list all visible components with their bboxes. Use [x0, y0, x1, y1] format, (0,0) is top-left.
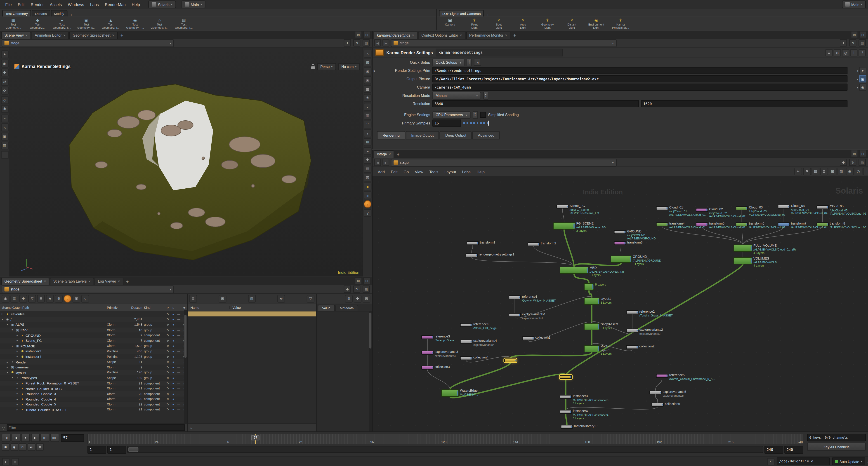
forward-icon[interactable]: ▶ [382, 39, 389, 46]
tab-performance-monitor[interactable]: Performance Monitor× [466, 31, 510, 39]
gear-icon[interactable]: ⚙ [345, 295, 352, 302]
menu-help[interactable]: Help [129, 0, 143, 9]
listmode-icon[interactable]: ≣ [820, 168, 828, 175]
tab-value[interactable]: Value [318, 304, 335, 311]
node-37[interactable] [504, 359, 517, 362]
jump-end-button[interactable]: ▶| [40, 434, 49, 442]
camera-select-button[interactable]: No cam ▾ [338, 63, 360, 70]
render-region-icon[interactable]: ▣ [1, 133, 8, 140]
col-header-l[interactable]: L [170, 306, 176, 309]
play-forward-button[interactable]: ▶ [31, 434, 39, 442]
visibility-toggle[interactable]: ● [170, 339, 176, 342]
node-transform2[interactable]: transform2 [528, 242, 540, 246]
pane-grid-icon[interactable]: ⊞ [851, 150, 858, 157]
tree-row-render[interactable]: ▸○RenderScope11↻●—☆ [0, 359, 187, 364]
node-volumes[interactable]: VOLUMES_/ALPS/ENV/VOLS4 Layers [734, 257, 752, 265]
tree-row-env[interactable]: ▾▣ENVXform10group↻●—☆ [0, 327, 187, 333]
follow-playhead-toggle[interactable]: ⇄ [27, 443, 35, 451]
tab-scene-view[interactable]: Scene View× [1, 31, 31, 39]
quick-setup-spinner[interactable]: ▲▼ [467, 58, 472, 66]
sync-icon[interactable]: ↻ [849, 39, 857, 46]
new-shelf-tab-button[interactable]: + [68, 13, 75, 16]
primary-samples-slider[interactable] [463, 120, 489, 126]
selection-lock-icon[interactable]: ◉ [1, 59, 8, 67]
resize-grip[interactable]: ◢ [867, 459, 868, 464]
frame-all-icon[interactable]: ⊡ [364, 59, 371, 66]
expand-arrow-icon[interactable]: ▸ [17, 382, 20, 385]
node-reference4[interactable]: reference4/Stone_Flat_beige [460, 323, 472, 327]
visibility-toggle[interactable]: ● [170, 381, 176, 385]
star-icon[interactable]: ★ [46, 295, 54, 302]
pane-max-icon[interactable]: ⊡ [859, 150, 866, 157]
tab-geometry-spreadsheet[interactable]: Geometry Spreadsheet× [1, 277, 50, 285]
edit-toggle[interactable]: — [176, 365, 182, 369]
new-tab-button[interactable]: + [118, 32, 125, 39]
colors-icon[interactable]: ▨ [837, 168, 845, 175]
menu-renderman[interactable]: RenderMan [102, 0, 129, 9]
node-name-field[interactable]: karmarendersettings [436, 49, 563, 57]
funnel-icon[interactable]: ▽ [190, 426, 192, 429]
activate-toggle[interactable]: ↻ [165, 318, 170, 321]
visibility-toggle[interactable]: ● [170, 397, 176, 401]
info-icon[interactable]: i [850, 49, 858, 56]
pane-grid-icon[interactable]: ⊞ [851, 31, 858, 38]
wireframe-icon[interactable]: ▥ [364, 112, 371, 120]
expand-icon[interactable]: ⊞ [37, 295, 45, 302]
visibility-toggle[interactable]: ● [170, 408, 176, 411]
node-layout1[interactable]: layout13 Layers [584, 298, 600, 305]
param-tab-rendering[interactable]: Rendering [377, 131, 405, 139]
shelf-tool-test-geometry-s[interactable]: ●TestGeometry: S... [50, 17, 74, 31]
path-field[interactable]: stage▾ [391, 159, 616, 166]
node-instancer3[interactable]: instancer3/ALPS/FOLIAGE/instancer31 Laye… [560, 395, 572, 399]
edit-toggle[interactable]: — [176, 392, 182, 396]
lighting-icon[interactable]: ✳ [364, 94, 371, 102]
edit-toggle[interactable]: — [176, 403, 182, 406]
snapshot-icon[interactable]: ▣ [364, 76, 371, 84]
node-materiallibrary1[interactable]: materiallibrary1 [561, 425, 573, 429]
tree-row-alps[interactable]: ▾▣ALPSXform1,543group↻●—☆ [0, 322, 187, 327]
param-tab-advanced[interactable]: Advanced [472, 131, 500, 139]
pose-tool-icon[interactable]: ✱ [1, 105, 8, 113]
path-field[interactable]: stage▾ [2, 39, 174, 47]
visibility-toggle[interactable]: ● [170, 371, 176, 374]
visibility-toggle[interactable]: ● [170, 355, 176, 358]
expand-arrow-icon[interactable]: ▸ [17, 408, 20, 411]
mini-scrollbar[interactable] [369, 311, 372, 431]
tree-row-layout1[interactable]: ▾✱layout1Pointins190group↻●—☆ [0, 370, 187, 375]
tree-row-favorites[interactable]: ▸★Favorites↻●—☆ [0, 311, 187, 317]
tab-stage[interactable]: /stage× [374, 150, 394, 158]
expand-arrow-icon[interactable]: ▾ [11, 376, 15, 379]
sync-icon[interactable]: ↻ [849, 159, 857, 166]
points-icon[interactable]: ∷ [364, 121, 371, 128]
edit-toggle[interactable]: — [176, 381, 182, 385]
activate-toggle[interactable]: ↻ [165, 397, 170, 401]
visibility-toggle[interactable]: ● [170, 334, 176, 337]
gear-icon[interactable]: ⚙ [834, 49, 841, 56]
more-tools-icon[interactable]: ⋯ [1, 151, 8, 158]
pane-max-icon[interactable]: ⊡ [859, 31, 866, 38]
panel-icon[interactable]: ⊟ [363, 295, 370, 302]
col-header-primitiv[interactable]: Primitiv [107, 306, 125, 309]
visibility-toggle[interactable]: ● [170, 318, 176, 321]
node-explorevariants1[interactable]: explorevariants1explorevariants1 [509, 313, 521, 317]
file-chooser-icon[interactable]: ▣ [859, 75, 866, 82]
range-start-field[interactable]: 1 [107, 446, 126, 453]
gridmode-icon[interactable]: ⊞ [829, 168, 836, 175]
help-icon[interactable]: ? [364, 209, 371, 217]
activate-toggle[interactable]: ↻ [165, 339, 170, 342]
visibility-toggle[interactable]: ● [170, 344, 176, 347]
tree-row-instancer3[interactable]: ▸✱instancer3Pointins406group↻●—☆ [0, 348, 187, 354]
snip-icon[interactable]: ✂ [794, 168, 802, 175]
pin-icon[interactable]: ✚ [20, 295, 27, 302]
tab-scene-graph-layers[interactable]: Scene Graph Layers× [50, 277, 94, 285]
home-view-icon[interactable]: ⌂ [364, 50, 371, 57]
activate-toggle[interactable]: ↻ [165, 365, 170, 369]
global-end-field[interactable]: 240 [784, 446, 803, 453]
col-header-name[interactable]: Name [188, 306, 230, 309]
expand-arrow-icon[interactable]: ▾ [11, 329, 15, 331]
shelf-tool-test-geometry[interactable]: ▦TestGeometry:... [1, 17, 26, 31]
back-icon[interactable]: ◀ [374, 159, 381, 166]
node-transform7[interactable]: transform7/ALPS/ENV/VOLS/Cloud_04 [778, 222, 790, 226]
key-all-channels-button[interactable]: Key All Channels [807, 442, 866, 451]
collapse-arrow-icon[interactable]: ▶ [374, 69, 376, 72]
